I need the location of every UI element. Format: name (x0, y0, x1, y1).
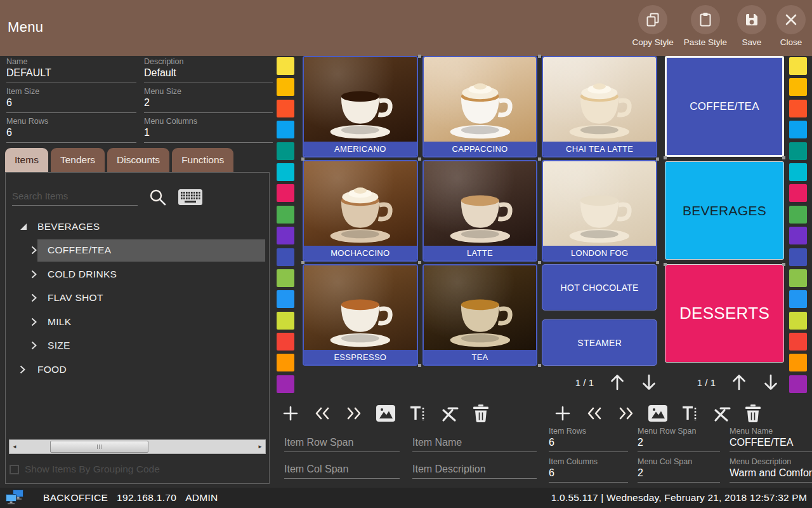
item-tile-steamer[interactable]: STEAMER (542, 319, 657, 366)
grid-splitter-handle[interactable] (538, 157, 541, 161)
menu-tile-coffee-tea[interactable]: COFFEE/TEA (665, 56, 784, 157)
scroll-left-arrow-icon[interactable]: ◄ (10, 440, 20, 453)
image-icon[interactable] (648, 403, 667, 424)
grid-splitter-handle[interactable] (664, 263, 667, 266)
color-swatch[interactable] (789, 100, 807, 117)
color-swatch[interactable] (789, 184, 807, 202)
page-right-icon[interactable] (617, 403, 636, 424)
field-value[interactable]: COFFEE/TEA (730, 437, 812, 452)
menu-tile-desserts[interactable]: DESSERTS (665, 264, 784, 363)
color-swatch[interactable] (277, 354, 294, 371)
property-value[interactable]: 1 (144, 127, 273, 143)
grid-splitter-handle[interactable] (418, 55, 421, 58)
color-swatch[interactable] (789, 290, 807, 308)
grid-splitter-handle[interactable] (418, 157, 421, 161)
menu-page-down-icon[interactable] (763, 373, 779, 392)
color-swatch[interactable] (277, 248, 294, 266)
page-left-icon[interactable] (313, 403, 332, 424)
clear-text-style-icon[interactable] (712, 403, 731, 424)
grid-splitter-handle[interactable] (664, 156, 667, 159)
color-swatch[interactable] (277, 375, 294, 393)
field-value[interactable]: Item Description (412, 464, 537, 479)
grid-splitter-handle[interactable] (301, 261, 304, 264)
color-swatch[interactable] (789, 78, 807, 96)
tree-item-coffee-tea[interactable]: COFFEE/TEA (6, 239, 269, 263)
grid-splitter-handle[interactable] (418, 261, 421, 264)
color-swatch[interactable] (789, 142, 807, 160)
chevron-right-icon[interactable] (31, 318, 37, 326)
item-page-up-icon[interactable] (609, 373, 625, 392)
field-value[interactable]: Item Row Span (284, 437, 400, 452)
property-value[interactable]: Default (144, 67, 273, 83)
property-value[interactable]: 2 (144, 97, 273, 113)
tree-item-size[interactable]: SIZE (6, 334, 269, 358)
search-icon[interactable] (148, 188, 167, 210)
text-style-icon[interactable] (680, 403, 699, 424)
chevron-right-icon[interactable] (20, 365, 25, 374)
menu-page-up-icon[interactable] (731, 373, 747, 392)
color-swatch[interactable] (277, 290, 294, 308)
chevron-right-icon[interactable] (31, 293, 37, 302)
grouping-checkbox-row[interactable]: Show Items By Grouping Code (10, 464, 160, 475)
item-tile-chai-tea-latte[interactable]: CHAI TEA LATTE (542, 56, 657, 157)
tree-item-milk[interactable]: MILK (6, 310, 269, 334)
tab-discounts[interactable]: Discounts (107, 148, 169, 172)
grid-splitter-handle[interactable] (418, 364, 421, 367)
color-swatch[interactable] (789, 163, 807, 181)
header-button-paste-style[interactable]: Paste Style (684, 5, 727, 47)
expander-open-icon[interactable] (20, 223, 27, 231)
color-swatch[interactable] (277, 57, 294, 75)
item-tile-london-fog[interactable]: LONDON FOG (542, 160, 657, 262)
color-swatch[interactable] (789, 57, 807, 75)
color-swatch[interactable] (277, 227, 294, 244)
color-swatch[interactable] (789, 206, 807, 224)
grid-splitter-handle[interactable] (301, 157, 304, 161)
field-value[interactable]: Warm and Comfor (730, 467, 812, 483)
plus-icon[interactable] (281, 403, 300, 424)
color-swatch[interactable] (277, 312, 294, 330)
field-value[interactable]: 6 (549, 437, 628, 452)
item-tile-hot-chocolate[interactable]: HOT CHOCOLATE (542, 264, 657, 311)
color-swatch[interactable] (789, 333, 807, 351)
grid-splitter-handle[interactable] (782, 156, 785, 159)
horizontal-scrollbar[interactable]: ◄ ► (9, 439, 266, 454)
tree-item-flav-shot[interactable]: FLAV SHOT (6, 286, 269, 311)
delete-icon[interactable] (471, 403, 490, 424)
text-style-icon[interactable] (408, 403, 427, 424)
field-value[interactable]: Item Name (412, 437, 537, 452)
field-value[interactable]: 2 (638, 467, 720, 483)
color-swatch[interactable] (789, 269, 807, 287)
item-tile-latte[interactable]: LATTE (422, 160, 538, 262)
scroll-right-arrow-icon[interactable]: ► (255, 440, 265, 453)
header-button-save[interactable]: Save (737, 5, 766, 47)
color-swatch[interactable] (277, 78, 294, 96)
color-swatch[interactable] (277, 142, 294, 160)
color-swatch[interactable] (277, 206, 294, 224)
scrollbar-thumb[interactable] (50, 441, 148, 453)
page-left-icon[interactable] (585, 403, 604, 424)
field-value[interactable]: 2 (638, 437, 720, 452)
menu-tile-beverages[interactable]: BEVERAGES (665, 161, 784, 260)
tree-item-cold-drinks[interactable]: COLD DRINKS (6, 262, 269, 286)
item-tile-esspresso[interactable]: ESSPRESSO (303, 264, 418, 366)
grid-splitter-handle[interactable] (538, 364, 541, 367)
color-swatch[interactable] (789, 375, 807, 393)
color-swatch[interactable] (789, 248, 807, 266)
page-right-icon[interactable] (344, 403, 363, 424)
search-input[interactable] (12, 187, 138, 206)
color-swatch[interactable] (277, 269, 294, 287)
grid-splitter-handle[interactable] (656, 157, 659, 161)
grid-splitter-handle[interactable] (656, 261, 659, 264)
field-value[interactable]: Item Col Span (284, 464, 400, 479)
property-value[interactable]: 6 (6, 127, 136, 143)
grid-splitter-handle[interactable] (538, 261, 541, 264)
image-icon[interactable] (376, 403, 395, 424)
item-tile-mochaccino[interactable]: MOCHACCINO (303, 160, 418, 262)
property-value[interactable]: 6 (6, 97, 136, 113)
header-button-copy-style[interactable]: Copy Style (632, 5, 673, 47)
item-tile-cappaccino[interactable]: CAPPACCINO (422, 56, 538, 157)
color-swatch[interactable] (789, 312, 807, 330)
clear-text-style-icon[interactable] (440, 403, 459, 424)
chevron-right-icon[interactable] (31, 246, 37, 255)
color-swatch[interactable] (277, 121, 294, 138)
